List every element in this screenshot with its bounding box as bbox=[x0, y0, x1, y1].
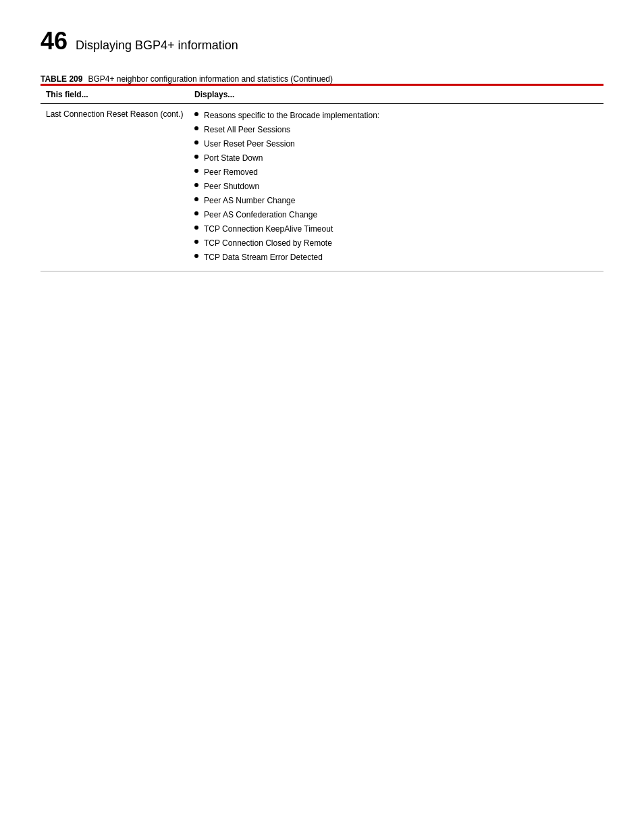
bullet-dot-8 bbox=[194, 240, 198, 244]
table-bottom-border bbox=[41, 271, 603, 271]
list-item-2: Port State Down bbox=[194, 152, 598, 164]
chapter-header: 46 Displaying BGP4+ information bbox=[41, 27, 603, 55]
field-cell: Last Connection Reset Reason (cont.) bbox=[41, 104, 189, 271]
header-col-displays: Displays... bbox=[189, 86, 603, 104]
bullet-dot-9 bbox=[194, 254, 198, 258]
chapter-number: 46 bbox=[41, 27, 68, 55]
chapter-title: Displaying BGP4+ information bbox=[76, 38, 238, 53]
bullet-list: Reasons specific to the Brocade implemen… bbox=[194, 109, 598, 263]
field-label: Last Connection Reset Reason (cont.) bbox=[46, 109, 183, 119]
table-label: TABLE 209 BGP4+ neighbor configuration i… bbox=[41, 74, 603, 84]
list-item-text-2: Port State Down bbox=[204, 152, 263, 164]
list-item-text-7: TCP Connection KeepAlive Timeout bbox=[204, 223, 333, 235]
list-item-7: TCP Connection KeepAlive Timeout bbox=[194, 223, 598, 235]
bullet-dot-4 bbox=[194, 183, 198, 187]
list-item-text-3: Peer Removed bbox=[204, 166, 258, 178]
list-item-text-5: Peer AS Number Change bbox=[204, 194, 295, 207]
bullet-dot-7 bbox=[194, 226, 198, 230]
bullet-dot-1 bbox=[194, 140, 198, 145]
main-table: This field... Displays... Last Connectio… bbox=[41, 86, 603, 271]
list-item-intro: Reasons specific to the Brocade implemen… bbox=[194, 109, 598, 122]
table-container: TABLE 209 BGP4+ neighbor configuration i… bbox=[41, 74, 603, 271]
list-item-text-4: Peer Shutdown bbox=[204, 180, 259, 192]
list-item-1: User Reset Peer Session bbox=[194, 138, 598, 150]
displays-cell: Reasons specific to the Brocade implemen… bbox=[189, 104, 603, 271]
bullet-dot-2 bbox=[194, 155, 198, 159]
list-item-3: Peer Removed bbox=[194, 166, 598, 178]
list-item-0: Reset All Peer Sessions bbox=[194, 124, 598, 136]
intro-text: Reasons specific to the Brocade implemen… bbox=[204, 109, 379, 122]
bullet-dot-intro bbox=[194, 112, 198, 116]
page-container: 46 Displaying BGP4+ information TABLE 20… bbox=[0, 0, 644, 298]
bullet-dot-6 bbox=[194, 211, 198, 215]
list-item-5: Peer AS Number Change bbox=[194, 194, 598, 207]
list-item-text-6: Peer AS Confederation Change bbox=[204, 209, 317, 221]
list-item-4: Peer Shutdown bbox=[194, 180, 598, 192]
bullet-dot-5 bbox=[194, 197, 198, 201]
header-col-field: This field... bbox=[41, 86, 189, 104]
list-item-text-0: Reset All Peer Sessions bbox=[204, 124, 290, 136]
table-label-text: BGP4+ neighbor configuration information… bbox=[88, 74, 333, 84]
list-item-8: TCP Connection Closed by Remote bbox=[194, 237, 598, 249]
table-label-bold: TABLE 209 bbox=[41, 74, 82, 84]
table-row: Last Connection Reset Reason (cont.) Rea… bbox=[41, 104, 603, 271]
list-item-text-8: TCP Connection Closed by Remote bbox=[204, 237, 332, 249]
table-header-row: This field... Displays... bbox=[41, 86, 603, 104]
list-item-9: TCP Data Stream Error Detected bbox=[194, 251, 598, 263]
list-item-6: Peer AS Confederation Change bbox=[194, 209, 598, 221]
bullet-dot-0 bbox=[194, 126, 198, 130]
bullet-dot-3 bbox=[194, 169, 198, 173]
list-item-text-9: TCP Data Stream Error Detected bbox=[204, 251, 323, 263]
list-item-text-1: User Reset Peer Session bbox=[204, 138, 295, 150]
